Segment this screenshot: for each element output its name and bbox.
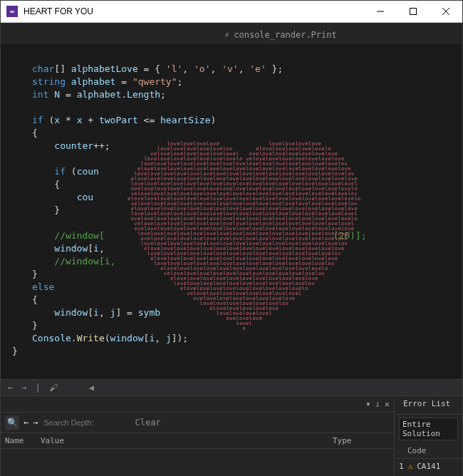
panel-close-icon[interactable]: ✕ xyxy=(385,399,390,409)
col-value[interactable]: Value xyxy=(41,436,333,445)
lightning-icon: ⚡ xyxy=(224,30,229,40)
tab-strip: ⚡ console_rander.Print xyxy=(1,23,462,44)
err-col-blank[interactable] xyxy=(399,446,407,455)
panel-pin-icon[interactable]: ⇩ xyxy=(375,399,380,409)
tab-label: console_rander.Print xyxy=(234,30,337,40)
title-bar: ∞ HEART FOR YOU xyxy=(1,1,462,23)
window-title: HEART FOR YOU xyxy=(24,6,364,16)
code-editor[interactable]: char[] alphabetLove = { 'l', 'o', 'v', '… xyxy=(1,44,462,379)
ascii-heart: lovelovelovelove lovelovelovelove lovelo… xyxy=(111,142,374,366)
search-input[interactable] xyxy=(42,418,130,428)
error-filter[interactable]: Entire Solution xyxy=(399,418,458,440)
brush-icon[interactable]: 🖌 xyxy=(49,383,58,393)
svg-rect-1 xyxy=(410,9,417,15)
error-list-panel: Error List Entire Solution Code 1 ⚠ CA14… xyxy=(394,395,462,476)
warning-icon: ⚠ xyxy=(408,462,413,471)
error-row[interactable]: 1 ⚠ CA141 xyxy=(395,459,462,474)
error-count: 1 xyxy=(399,462,404,471)
nav-strip: ← → | 🖌 ◀ xyxy=(1,379,462,395)
maximize-button[interactable] xyxy=(397,1,430,22)
panel-drop-icon[interactable]: ▾ xyxy=(365,399,370,409)
close-button[interactable] xyxy=(430,1,462,22)
error-code: CA141 xyxy=(417,462,440,471)
col-type[interactable]: Type xyxy=(333,436,390,445)
app-logo-icon: ∞ xyxy=(6,6,18,17)
gutter xyxy=(1,44,32,379)
minimize-button[interactable] xyxy=(364,1,397,22)
clear-button[interactable]: Clear xyxy=(135,418,160,428)
search-fwd-icon[interactable]: → xyxy=(33,418,38,428)
col-name[interactable]: Name xyxy=(5,436,41,445)
watch-columns: Name Value Type xyxy=(1,433,394,449)
error-list-title: Error List xyxy=(399,399,454,411)
nav-sep: | xyxy=(35,383,40,393)
watch-panel: ▾ ⇩ ✕ 🔍 ← → Clear Name Value Type xyxy=(1,395,394,476)
search-icon[interactable]: 🔍 xyxy=(5,415,19,430)
err-col-code[interactable]: Code xyxy=(407,446,458,455)
nav-back-icon[interactable]: ← xyxy=(8,383,13,393)
search-back-icon[interactable]: ← xyxy=(24,418,28,428)
nav-fwd-icon[interactable]: → xyxy=(21,383,26,393)
tab-file[interactable]: ⚡ console_rander.Print xyxy=(214,26,347,44)
chev-icon[interactable]: ◀ xyxy=(89,383,94,393)
